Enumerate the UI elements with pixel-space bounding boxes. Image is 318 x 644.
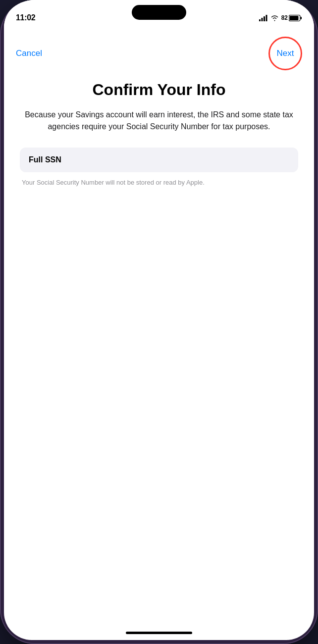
nav-bar: Cancel Next [4,29,314,75]
ssn-field[interactable]: Full SSN [20,148,298,172]
next-button[interactable]: Next [277,49,294,58]
phone-frame: 11:02 82 [0,0,318,644]
svg-rect-0 [259,19,261,21]
status-time: 11:02 [16,13,35,22]
status-bar: 11:02 82 [4,0,314,29]
battery: 82 [281,14,302,21]
dynamic-island [132,5,186,20]
wifi-icon [270,15,279,21]
screen: 11:02 82 [4,0,314,640]
cancel-button[interactable]: Cancel [16,49,42,58]
home-indicator [126,632,192,634]
battery-icon [289,15,302,21]
signal-icon [259,15,268,21]
next-button-container: Next [268,37,302,70]
battery-percent: 82 [281,14,288,21]
status-icons: 82 [259,14,302,21]
svg-rect-2 [264,16,265,21]
main-content: Confirm Your Info Because your Savings a… [4,75,314,188]
svg-rect-5 [301,17,302,19]
ssn-disclaimer: Your Social Security Number will not be … [20,178,298,187]
svg-rect-3 [265,15,267,21]
page-description: Because your Savings account will earn i… [20,109,298,133]
ssn-label: Full SSN [29,155,61,164]
svg-rect-1 [261,18,263,21]
svg-rect-6 [290,16,299,20]
page-title: Confirm Your Info [20,80,298,99]
